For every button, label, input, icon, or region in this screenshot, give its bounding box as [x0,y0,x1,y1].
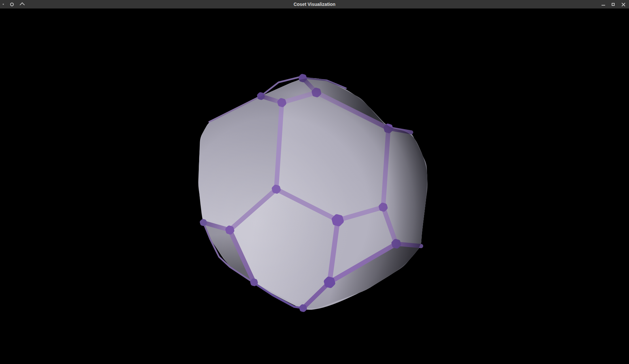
window-title: Coset Visualization [0,0,629,8]
close-button[interactable] [621,2,625,7]
viewport-3d[interactable] [0,8,629,364]
polyhedron-canvas[interactable] [0,8,629,364]
maximize-button[interactable] [612,3,615,6]
titlebar: Coset Visualization [0,0,629,8]
window-controls [602,0,625,8]
minimize-button[interactable] [602,5,605,6]
rim-shading [0,8,629,364]
